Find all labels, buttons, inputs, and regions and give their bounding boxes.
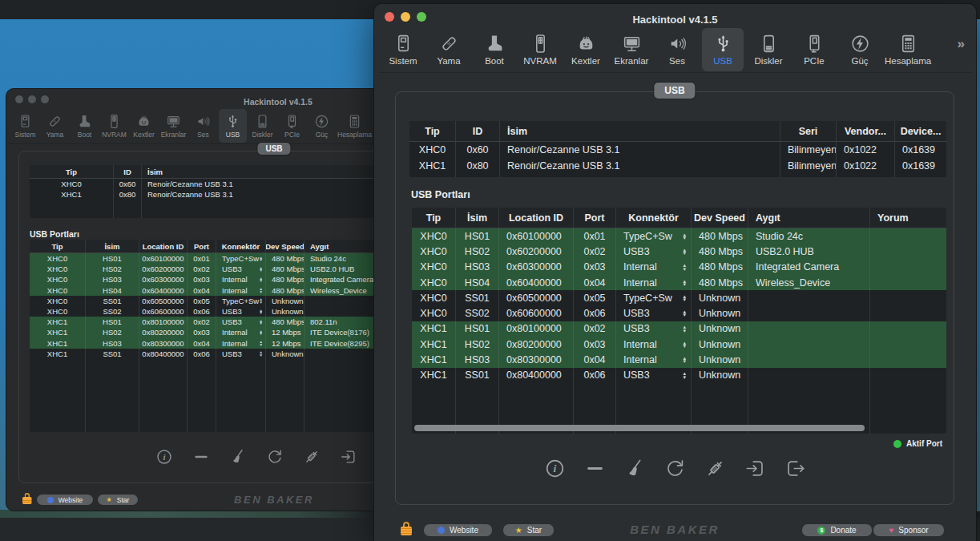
table-cell[interactable] (870, 337, 946, 352)
tab-ekranlar[interactable]: Ekranlar (611, 28, 652, 71)
connector-stepper-icon[interactable]: ▴▾ (260, 309, 262, 314)
table-cell[interactable]: XHC0 (30, 179, 114, 189)
table-cell[interactable]: 0x02 (188, 264, 216, 274)
table-cell[interactable]: HS01 (86, 253, 139, 264)
tab-usb[interactable]: USB (702, 28, 744, 71)
table-cell[interactable]: XHC0 (412, 244, 456, 259)
table-cell[interactable]: 0x06 (574, 368, 616, 383)
table-cell[interactable]: Wireless_Device (748, 275, 870, 290)
table-cell[interactable]: 0x04 (574, 352, 616, 367)
table-cell[interactable]: 0x60600000 (139, 306, 188, 317)
table-cell[interactable]: 0x80300000 (139, 338, 188, 349)
table-cell[interactable]: Wireless_Device (304, 285, 373, 296)
table-cell[interactable]: 0x02 (574, 244, 616, 259)
table-cell[interactable]: 0x04 (188, 338, 216, 349)
table-cell[interactable]: Renoir/Cezanne USB 3.1 (500, 142, 780, 158)
table-cell[interactable]: Unknown (692, 290, 748, 305)
table-cell[interactable]: USB3▴▾ (616, 321, 692, 337)
table-cell[interactable]: HS03 (86, 274, 139, 285)
tab-boot[interactable]: Boot (474, 28, 515, 71)
inject-button[interactable] (303, 448, 321, 466)
table-cell[interactable]: Renoir/Cezanne USB 3.1 (142, 189, 373, 200)
connector-stepper-icon[interactable]: ▴▾ (260, 330, 262, 336)
minimize-button[interactable] (401, 12, 410, 22)
connector-stepper-icon[interactable]: ▴▾ (683, 264, 686, 271)
table-cell[interactable]: 0x02 (188, 317, 216, 327)
table-cell[interactable]: XHC0 (30, 285, 86, 296)
table-cell[interactable]: Internal▴▾ (216, 274, 266, 285)
clean-button[interactable] (229, 448, 247, 466)
table-cell[interactable] (870, 368, 946, 383)
table-cell[interactable]: 0x80100000 (139, 317, 188, 327)
table-cell[interactable]: ITE Device(8176) (304, 327, 373, 337)
column-header[interactable]: Port (574, 208, 616, 228)
table-cell[interactable]: 802.11n (304, 317, 373, 327)
table-cell[interactable]: 0x01 (188, 253, 216, 264)
table-cell[interactable]: USB3▴▾ (216, 264, 266, 274)
table-cell[interactable]: Unknown (266, 349, 304, 359)
table-cell[interactable]: XHC1 (412, 337, 456, 352)
table-cell[interactable]: 0x01 (574, 228, 616, 244)
lock-icon[interactable] (401, 522, 412, 535)
table-cell[interactable]: 0x60600000 (499, 305, 574, 321)
connector-stepper-icon[interactable]: ▴▾ (260, 341, 262, 346)
connector-stepper-icon[interactable]: ▴▾ (683, 310, 686, 317)
import-button[interactable] (744, 458, 766, 479)
table-cell[interactable]: Internal▴▾ (616, 260, 692, 275)
table-cell[interactable]: Bilinmeyen (780, 142, 837, 158)
table-cell[interactable]: ITE Device(8295) (304, 338, 373, 349)
table-cell[interactable]: XHC0 (412, 228, 456, 244)
remove-button[interactable] (584, 458, 606, 479)
tab-guc[interactable]: Güç (308, 109, 336, 143)
tab-ses[interactable]: Ses (656, 28, 698, 71)
table-cell[interactable]: 0x80200000 (499, 337, 574, 352)
table-cell[interactable]: TypeC+Sw▴▾ (616, 290, 692, 305)
toolbar-overflow-chevron[interactable]: » (958, 36, 965, 52)
column-header[interactable]: Dev Speed (692, 208, 748, 228)
table-cell[interactable]: 0x60400000 (139, 285, 188, 296)
tab-hesaplama[interactable]: Hesaplama (885, 28, 931, 71)
table-cell[interactable]: 0x60200000 (499, 244, 574, 259)
table-cell[interactable]: 0x03 (574, 260, 616, 275)
table-cell[interactable]: 0x80200000 (139, 327, 188, 337)
table-cell[interactable]: HS03 (86, 338, 139, 349)
connector-stepper-icon[interactable]: ▴▾ (683, 325, 686, 333)
usb-segment-tab[interactable]: USB (257, 143, 290, 155)
table-cell[interactable]: XHC1 (412, 368, 456, 383)
table-cell[interactable]: 0x1022 (837, 142, 895, 158)
table-cell[interactable]: Renoir/Cezanne USB 3.1 (142, 179, 373, 189)
table-cell[interactable]: 0x04 (574, 275, 616, 290)
tab-kextler[interactable]: Kextler (565, 28, 607, 71)
table-cell[interactable]: 0x80400000 (499, 368, 574, 383)
table-cell[interactable]: 0x80 (114, 189, 142, 200)
table-cell[interactable]: XHC1 (30, 317, 86, 327)
table-cell[interactable]: Internal▴▾ (616, 352, 692, 367)
table-cell[interactable]: Unknown (692, 337, 748, 352)
table-cell[interactable]: Studio 24c (304, 253, 373, 264)
column-header[interactable]: Aygıt (304, 240, 373, 253)
table-cell[interactable] (870, 290, 946, 305)
column-header[interactable]: Tip (412, 208, 456, 228)
table-cell[interactable]: Internal▴▾ (216, 338, 266, 349)
table-cell[interactable]: 0x06 (188, 349, 216, 359)
table-cell[interactable]: Internal▴▾ (216, 285, 266, 296)
connector-stepper-icon[interactable]: ▴▾ (260, 256, 262, 261)
table-cell[interactable]: HS02 (456, 337, 499, 352)
table-cell[interactable] (870, 305, 946, 321)
column-header[interactable]: Tip (30, 165, 114, 179)
website-button[interactable]: Website (424, 524, 492, 536)
tab-nvram[interactable]: NVRAM (519, 28, 561, 71)
column-header[interactable]: Konnektör (216, 240, 266, 253)
column-header[interactable]: İsim (456, 208, 499, 228)
table-cell[interactable]: USB3▴▾ (616, 244, 692, 259)
table-cell[interactable] (304, 296, 373, 306)
import-button[interactable] (340, 448, 357, 466)
donate-button[interactable]: $Donate (802, 524, 872, 536)
table-cell[interactable]: 0x03 (188, 274, 216, 285)
close-button[interactable] (15, 95, 23, 103)
table-cell[interactable]: 480 Mbps (266, 285, 304, 296)
table-cell[interactable]: SS01 (86, 296, 139, 306)
table-cell[interactable]: USB3▴▾ (216, 306, 266, 317)
table-cell[interactable]: Integrated Camera (304, 274, 373, 285)
table-cell[interactable]: XHC0 (412, 260, 456, 275)
